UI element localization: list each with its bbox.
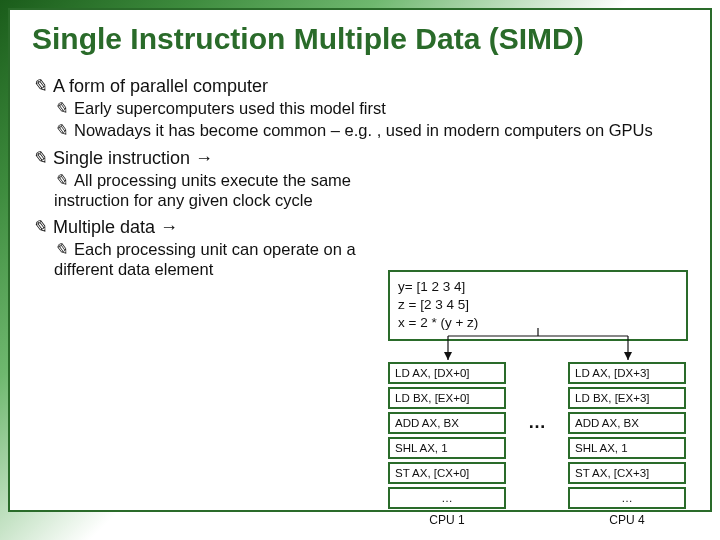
subbullet-nowadays: ✎Nowadays it has become common – e.g. , … [54,121,688,141]
cpu1-inst4: SHL AX, 1 [388,437,506,459]
slide-content: ✎A form of parallel computer ✎Early supe… [32,75,688,279]
bullet-icon: ✎ [54,121,68,140]
svg-marker-5 [624,352,632,360]
bullet-icon: ✎ [54,171,68,190]
subbullet-all-units: ✎All processing units execute the same i… [54,171,410,210]
cpu1-inst3: ADD AX, BX [388,412,506,434]
cpu4-inst4: SHL AX, 1 [568,437,686,459]
cpu4-column: LD AX, [DX+3] LD BX, [EX+3] ADD AX, BX S… [568,362,686,527]
cpu4-inst2: LD BX, [EX+3] [568,387,686,409]
bullet-multiple-data: ✎Multiple data → [32,216,410,238]
cpu1-inst2: LD BX, [EX+0] [388,387,506,409]
bullet-text: All processing units execute the same in… [54,171,351,209]
cpu1-inst5: ST AX, [CX+0] [388,462,506,484]
bullet-parallel-computer: ✎A form of parallel computer [32,75,688,97]
cpu1-inst1: LD AX, [DX+0] [388,362,506,384]
cpu4-inst6: … [568,487,686,509]
connector-lines [388,328,688,364]
subbullet-each-unit: ✎Each processing unit can operate on a d… [54,240,410,279]
cpu4-inst5: ST AX, [CX+3] [568,462,686,484]
bullet-icon: ✎ [32,217,47,237]
cpu1-inst6: … [388,487,506,509]
cpu-columns: LD AX, [DX+0] LD BX, [EX+0] ADD AX, BX S… [388,362,688,527]
cpu4-label: CPU 4 [568,513,686,527]
cpu4-inst1: LD AX, [DX+3] [568,362,686,384]
slide-frame: Single Instruction Multiple Data (SIMD) … [8,8,712,512]
arrow-icon: → [195,148,213,168]
bullet-icon: ✎ [54,99,68,118]
bullet-text: Early supercomputers used this model fir… [74,99,386,117]
bullet-single-instruction: ✎Single instruction → [32,147,410,169]
bullet-icon: ✎ [54,240,68,259]
cpu4-inst3: ADD AX, BX [568,412,686,434]
bullet-icon: ✎ [32,148,47,168]
cpu-ellipsis: … [512,362,562,482]
bullet-icon: ✎ [32,76,47,96]
bullet-text: Nowadays it has become common – e.g. , u… [74,121,653,139]
cpu1-label: CPU 1 [388,513,506,527]
bullet-text: Single instruction [53,148,195,168]
init-line2: z = [2 3 4 5] [398,296,678,314]
init-line1: y= [1 2 3 4] [398,278,678,296]
bullet-text: Each processing unit can operate on a di… [54,240,356,278]
arrow-icon: → [160,217,178,237]
slide-title: Single Instruction Multiple Data (SIMD) [32,22,688,57]
cpu1-column: LD AX, [DX+0] LD BX, [EX+0] ADD AX, BX S… [388,362,506,527]
svg-marker-4 [444,352,452,360]
bullet-text: Multiple data [53,217,160,237]
subbullet-early: ✎Early supercomputers used this model fi… [54,99,688,119]
bullet-text: A form of parallel computer [53,76,268,96]
